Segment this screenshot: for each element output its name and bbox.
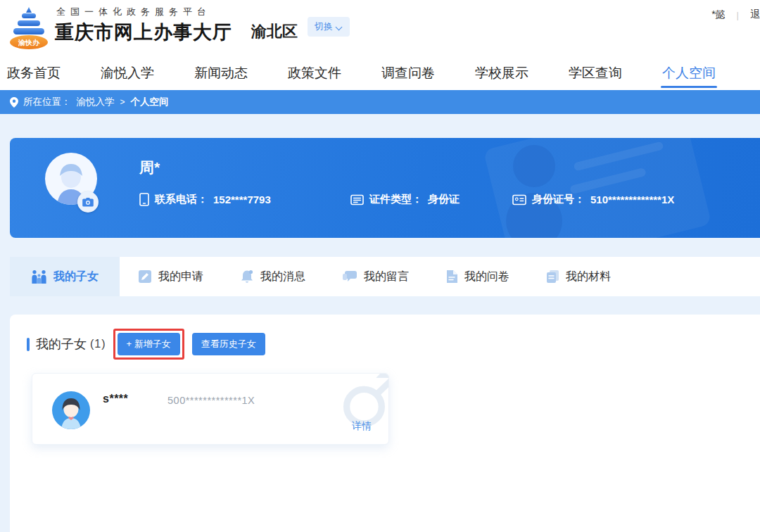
header-divider: | [737, 10, 739, 20]
tab-my-comments[interactable]: 我的留言 [324, 257, 427, 296]
tab-my-questionnaires[interactable]: 我的问卷 [427, 257, 528, 296]
breadcrumb-current: 个人空间 [131, 96, 169, 108]
header: 渝快办 全国一体化政务服务平台 重庆市网上办事大厅 渝北区 切换 *懿 | 退出 [0, 0, 760, 59]
location-pin-icon [10, 97, 18, 108]
tab-my-applications[interactable]: 我的申请 [120, 257, 222, 296]
tab-label: 我的子女 [53, 270, 99, 284]
child-id-number: 500*************1X [167, 395, 255, 406]
profile-name: 周* [139, 158, 160, 177]
children-count: (1) [90, 338, 106, 350]
breadcrumb-separator: > [120, 97, 125, 107]
logout-button[interactable]: 退出 [750, 8, 760, 21]
nav-item-enrollment[interactable]: 渝悦入学 [101, 59, 154, 90]
personal-space-tabs: 我的子女 我的申请 我的消息 我的留言 [10, 257, 760, 296]
child-avatar [52, 391, 90, 429]
children-panel: 我的子女 (1) + 新增子女 查看历史子女 s**** 500********… [10, 315, 760, 532]
nav-item-personal-space[interactable]: 个人空间 [662, 59, 716, 90]
child-name: s**** [103, 393, 128, 405]
nav-item-schools[interactable]: 学校展示 [475, 59, 528, 90]
tab-label: 我的留言 [364, 270, 409, 284]
breadcrumb-prefix: 所在位置： [23, 96, 71, 108]
nav-item-policy[interactable]: 政策文件 [288, 59, 341, 90]
page: 渝快办 全国一体化政务服务平台 重庆市网上办事大厅 渝北区 切换 *懿 | 退出… [0, 0, 760, 532]
tab-label: 我的申请 [158, 270, 203, 284]
main-nav: 政务首页 渝悦入学 新闻动态 政策文件 调查问卷 学校展示 学区查询 个人空间 [0, 59, 760, 90]
tab-my-children[interactable]: 我的子女 [10, 257, 120, 296]
documents-icon [546, 270, 559, 284]
bell-icon [240, 270, 254, 284]
family-icon [31, 270, 47, 284]
profile-phone: 联系电话：152****7793 [139, 193, 271, 206]
site-title: 重庆市网上办事大厅 [55, 20, 232, 45]
chevron-down-icon [336, 24, 343, 30]
id-number-label: 身份证号： [532, 193, 585, 206]
site-logo-icon: 渝快办 [7, 6, 51, 51]
child-card[interactable]: s**** 500*************1X ♂ 详情 [32, 373, 389, 445]
cert-type-icon [350, 194, 364, 205]
section-title-bar [27, 338, 30, 351]
switch-label: 切换 [315, 20, 333, 33]
camera-icon [82, 198, 94, 207]
section-title: 我的子女 [36, 336, 87, 353]
questionnaire-icon [445, 270, 458, 284]
tab-label: 我的材料 [566, 270, 611, 284]
profile-banner: 周* 联系电话：152****7793 证件类型：身份证 [10, 138, 760, 238]
breadcrumb-parent[interactable]: 渝悦入学 [77, 96, 115, 108]
view-history-children-button[interactable]: 查看历史子女 [192, 333, 265, 355]
profile-cert-type: 证件类型：身份证 [350, 193, 460, 206]
change-avatar-button[interactable] [77, 191, 99, 213]
section-header: 我的子女 (1) + 新增子女 查看历史子女 [27, 329, 265, 360]
user-area: *懿 | 退出 [711, 8, 760, 21]
platform-name: 全国一体化政务服务平台 [56, 6, 211, 18]
child-detail-link[interactable]: 详情 [352, 420, 372, 433]
tab-my-messages[interactable]: 我的消息 [222, 257, 324, 296]
tab-label: 我的问卷 [464, 270, 509, 284]
phone-icon [139, 193, 149, 206]
id-card-icon [512, 194, 526, 205]
nav-item-survey[interactable]: 调查问卷 [381, 59, 435, 90]
svg-text:渝快办: 渝快办 [18, 39, 40, 46]
district-switch-button[interactable]: 切换 [308, 17, 350, 37]
cert-type-label: 证件类型： [369, 193, 422, 206]
nav-item-home[interactable]: 政务首页 [7, 59, 61, 90]
pencil-icon [138, 270, 152, 284]
id-number-value: 510*************1X [590, 194, 674, 205]
tab-label: 我的消息 [260, 270, 305, 284]
nav-item-news[interactable]: 新闻动态 [194, 59, 248, 90]
tab-my-materials[interactable]: 我的材料 [528, 257, 629, 296]
breadcrumb: 所在位置： 渝悦入学 > 个人空间 [0, 90, 760, 114]
phone-value: 152****7793 [213, 194, 271, 205]
cert-type-value: 身份证 [428, 193, 460, 206]
annotation-highlight-box: + 新增子女 [113, 329, 184, 360]
nav-item-district-query[interactable]: 学区查询 [569, 59, 622, 90]
add-child-button[interactable]: + 新增子女 [118, 333, 180, 355]
district-name: 渝北区 [251, 21, 298, 42]
profile-id-number: 身份证号：510*************1X [512, 193, 674, 206]
banner-watermark [513, 145, 555, 187]
phone-label: 联系电话： [155, 193, 208, 206]
logged-in-user[interactable]: *懿 [711, 8, 725, 21]
chat-bubbles-icon [342, 270, 357, 284]
